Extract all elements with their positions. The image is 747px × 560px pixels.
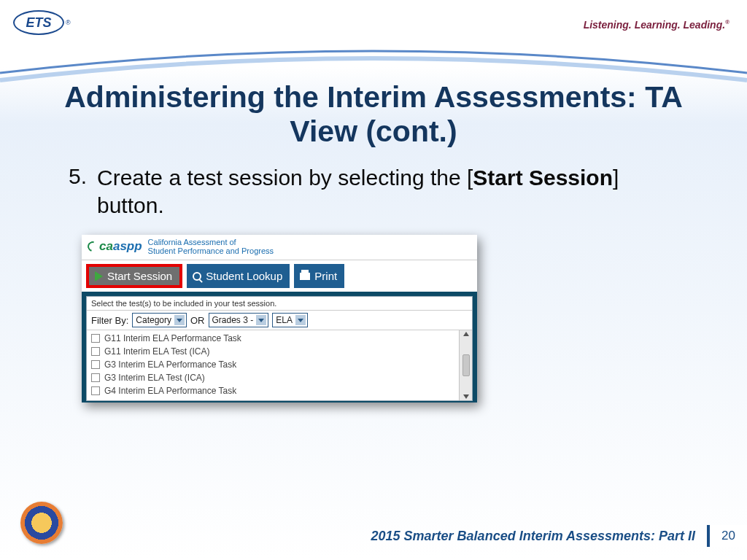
student-lookup-label: Student Lookup <box>206 270 282 282</box>
test-row[interactable]: G3 Interim ELA Performance Task <box>91 358 454 371</box>
category-select[interactable]: Category <box>132 313 187 327</box>
test-row[interactable]: G11 Interim ELA Test (ICA) <box>91 345 454 358</box>
checkbox[interactable] <box>91 386 100 395</box>
scroll-thumb[interactable] <box>462 354 470 376</box>
instruction-bold: Start Session <box>473 166 613 190</box>
california-seal <box>20 502 63 544</box>
test-label: G4 Interim ELA Performance Task <box>104 386 236 396</box>
chevron-down-icon <box>295 315 306 325</box>
logo-aspp: aspp <box>113 239 142 253</box>
app-subtitle-line2: Student Performance and Progress <box>148 246 274 255</box>
list-number: 5. <box>62 164 87 219</box>
start-session-highlight: Start Session <box>86 264 182 288</box>
test-label: G11 Interim ELA Performance Task <box>104 333 241 343</box>
toolbar: Start Session Student Lookup Print <box>82 260 477 292</box>
print-icon <box>300 273 310 280</box>
app-subtitle: California Assessment of Student Perform… <box>148 238 274 255</box>
test-row[interactable]: G3 Interim ELA Test (ICA) <box>91 371 454 384</box>
test-label: G3 Interim ELA Test (ICA) <box>104 373 205 383</box>
category-select-value: Category <box>136 315 171 325</box>
tagline: Listening. Learning. Leading.® <box>584 19 729 31</box>
test-label: G3 Interim ELA Performance Task <box>104 359 236 370</box>
slide-title: Administering the Interim Assessments: T… <box>0 80 747 149</box>
app-header: caaspp California Assessment of Student … <box>82 235 477 260</box>
scroll-down-icon[interactable] <box>463 394 469 399</box>
slide: ETS ® Listening. Learning. Leading.® Adm… <box>0 0 747 560</box>
tagline-text: Listening. Learning. Leading. <box>584 19 725 31</box>
scrollbar[interactable] <box>459 330 472 400</box>
scroll-up-icon[interactable] <box>463 332 469 336</box>
test-label: G11 Interim ELA Test (ICA) <box>104 346 210 357</box>
registered-mark: ® <box>66 19 71 26</box>
panel-instruction: Select the test(s) to be included in you… <box>87 297 472 311</box>
body-text: 5. Create a test session by selecting th… <box>62 164 689 219</box>
test-list-wrap: G11 Interim ELA Performance Task G11 Int… <box>87 330 472 400</box>
grades-select[interactable]: Grades 3 - <box>209 313 269 327</box>
test-row[interactable]: G4 Interim ELA Performance Task <box>91 384 454 397</box>
print-button[interactable]: Print <box>294 264 344 288</box>
chevron-down-icon <box>256 315 266 325</box>
subject-select-value: ELA <box>276 315 293 325</box>
checkbox[interactable] <box>91 334 100 343</box>
ets-logo: ETS ® <box>13 10 71 35</box>
checkbox[interactable] <box>91 373 100 382</box>
chevron-down-icon <box>174 315 185 325</box>
test-selection-panel: Select the test(s) to be included in you… <box>82 292 477 402</box>
page-number: 20 <box>707 525 747 547</box>
subject-select[interactable]: ELA <box>272 313 308 327</box>
embedded-app-screenshot: caaspp California Assessment of Student … <box>82 235 477 402</box>
filter-or: OR <box>190 315 205 326</box>
footer: 2015 Smarter Balanced Interim Assessment… <box>371 525 747 547</box>
footer-title: 2015 Smarter Balanced Interim Assessment… <box>371 529 708 544</box>
filter-row: Filter By: Category OR Grades 3 - ELA <box>87 311 472 330</box>
checkbox[interactable] <box>91 347 100 356</box>
search-icon <box>193 272 201 281</box>
student-lookup-button[interactable]: Student Lookup <box>187 264 290 288</box>
play-icon <box>95 271 103 281</box>
grades-select-value: Grades 3 - <box>212 315 254 325</box>
app-subtitle-line1: California Assessment of <box>148 238 274 246</box>
caaspp-logo: caaspp <box>88 239 142 254</box>
panel-inner: Select the test(s) to be included in you… <box>86 296 473 401</box>
filter-label: Filter By: <box>91 315 128 326</box>
test-list: G11 Interim ELA Performance Task G11 Int… <box>87 330 459 400</box>
logo-ca: ca <box>99 239 113 253</box>
start-session-button[interactable]: Start Session <box>89 267 179 285</box>
print-label: Print <box>314 270 337 282</box>
checkbox[interactable] <box>91 360 100 369</box>
start-session-label: Start Session <box>107 270 172 282</box>
ets-logo-text: ETS <box>13 10 64 35</box>
test-row[interactable]: G11 Interim ELA Performance Task <box>91 332 454 345</box>
instruction-line: Create a test session by selecting the [… <box>97 164 689 219</box>
instruction-pre: Create a test session by selecting the [ <box>97 166 473 190</box>
